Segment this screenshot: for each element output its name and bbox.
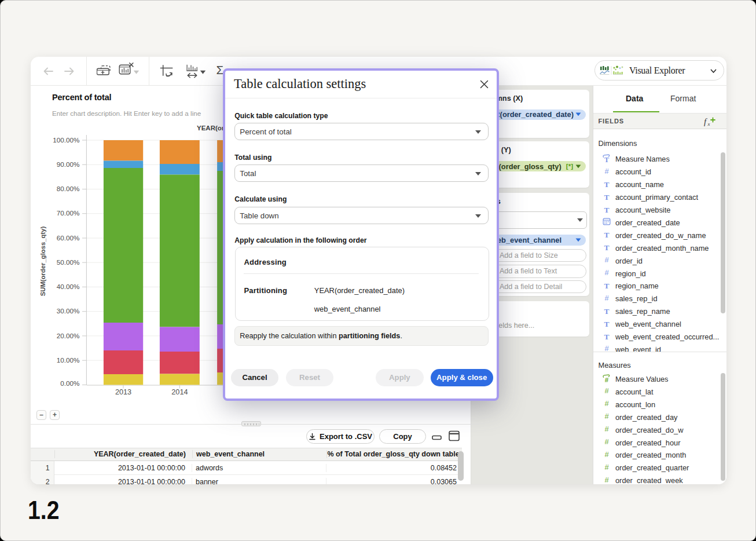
svg-text:40.00%: 40.00%	[57, 283, 80, 290]
svg-text:x: x	[707, 121, 710, 127]
svg-text:80.00%: 80.00%	[57, 185, 80, 192]
svg-text:0.00%: 0.00%	[60, 379, 79, 387]
svg-text:2013: 2013	[115, 388, 131, 396]
svg-text:10.00%: 10.00%	[57, 356, 80, 364]
svg-text:30.00%: 30.00%	[57, 307, 80, 315]
svg-text:2014: 2014	[171, 388, 188, 396]
svg-text:SUM(order_gloss_qty): SUM(order_gloss_qty)	[39, 226, 46, 297]
svg-text:f: f	[704, 117, 707, 126]
svg-text:90.00%: 90.00%	[57, 160, 80, 168]
svg-text:20.00%: 20.00%	[57, 332, 80, 339]
svg-text:60.00%: 60.00%	[57, 234, 80, 242]
svg-text:70.00%: 70.00%	[57, 209, 80, 217]
svg-text:50.00%: 50.00%	[57, 258, 80, 266]
svg-text:100.00%: 100.00%	[53, 136, 79, 144]
